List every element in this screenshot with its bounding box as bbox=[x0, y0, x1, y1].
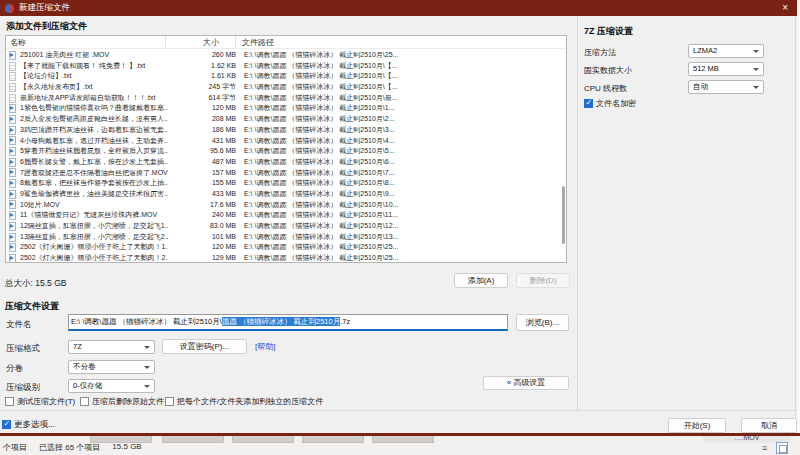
table-row[interactable]: 最新地址及APP请发邮箱自动获取！！！.txt614 字节E:\ \调教\愿愿 … bbox=[6, 93, 566, 104]
filename-label: 文件名 bbox=[6, 319, 32, 331]
table-row[interactable]: 13隔丝直插，肛塞扭摆，小穴潮喷，足交起飞2...101 MBE:\ \调教\愿… bbox=[6, 232, 566, 243]
table-row[interactable]: 10短片.MOV17.6 MBE:\ \调教\愿愿 （猫猫碎冰冰） 截止到251… bbox=[6, 200, 566, 211]
delete-button[interactable]: 删除(D) bbox=[516, 273, 570, 288]
panel-divider bbox=[577, 16, 578, 410]
method-value: LZMA2 bbox=[693, 46, 717, 55]
file-path: E:\ \调教\愿愿 （猫猫碎冰冰） 截止到2510月\【... bbox=[236, 82, 566, 93]
checkbox-icon[interactable] bbox=[5, 397, 14, 406]
add-button[interactable]: 添加(A) bbox=[454, 273, 508, 288]
file-name: 3鸡巴顶蹭开档灰油丝袜，边戳着肛塞边被无套... bbox=[20, 125, 168, 136]
title-bar: 新建压缩文件 × bbox=[0, 0, 797, 16]
advanced-settings-button[interactable]: « 高级设置 bbox=[483, 376, 569, 390]
vertical-scrollbar[interactable] bbox=[562, 186, 565, 244]
file-path: E:\ \调教\愿愿 （猫猫碎冰冰） 截止到2510月\25... bbox=[236, 253, 566, 262]
list-view-icon[interactable]: ≡ bbox=[762, 444, 767, 453]
table-row[interactable]: 12隔丝直插，肛塞扭摆，小穴潮喷，足交起飞1...83.0 MBE:\ \调教\… bbox=[6, 221, 566, 232]
file-size: 431 MB bbox=[168, 136, 236, 147]
file-path: E:\ \调教\愿愿 （猫猫碎冰冰） 截止到2510月\6... bbox=[236, 157, 566, 168]
solid-size-dropdown[interactable]: 512 MB bbox=[688, 62, 764, 76]
table-row[interactable]: 2后入金发包臀裙高跟皮靴白丝长腿，没有男人...208 MBE:\ \调教\愿愿… bbox=[6, 114, 566, 125]
table-row[interactable]: 【论坛介绍】.txt1.61 KBE:\ \调教\愿愿 （猫猫碎冰冰） 截止到2… bbox=[6, 71, 566, 82]
checkbox-checked-icon[interactable] bbox=[584, 99, 593, 108]
method-label: 压缩方法 bbox=[584, 47, 616, 58]
table-row[interactable]: 9鲨鱼瑜伽裤裤里丝，油丝美腿足交技术很厉害...433 MBE:\ \调教\愿愿… bbox=[6, 189, 566, 200]
media-file-icon bbox=[9, 147, 16, 156]
add-files-heading: 添加文件到压缩文件 bbox=[6, 20, 87, 33]
checkbox-delete-after[interactable]: 压缩后删除原始文件 bbox=[80, 396, 164, 407]
format-dropdown[interactable]: 7Z bbox=[68, 340, 155, 354]
file-list[interactable]: 名称 大小 文件路径 251001 油亮肉丝 红裙 .MOV260 MBE:\ … bbox=[5, 35, 567, 263]
table-row[interactable]: 4小母狗戴着肛塞，透过开档油丝袜，主动套弄...431 MBE:\ \调教\愿愿… bbox=[6, 136, 566, 147]
table-row[interactable]: 1紫色包臀裙的猫猫你喜欢吗？曲着腿戴着肛塞...120 MBE:\ \调教\愿愿… bbox=[6, 103, 566, 114]
encrypt-filenames-checkbox[interactable]: 文件名加密 bbox=[584, 98, 636, 109]
table-row[interactable]: 11《猫猫做爱日记》无缝灰丝珍珠内裤.MOV240 MBE:\ \调教\愿愿 （… bbox=[6, 210, 566, 221]
browse-button[interactable]: 浏览(B)... bbox=[516, 314, 569, 331]
chevron-down-icon bbox=[753, 50, 759, 53]
file-name: 5穿着开档油丝袜翘着屁股，全程被后入贯穿流... bbox=[20, 146, 168, 157]
close-icon[interactable]: × bbox=[782, 0, 788, 16]
file-name: 10短片.MOV bbox=[20, 200, 168, 211]
checkbox-test-archive[interactable]: 测试压缩文件(T) bbox=[5, 396, 75, 407]
media-file-icon bbox=[9, 222, 16, 231]
checkbox-separate-archives[interactable]: 把每个文件/文件夹添加到独立的压缩文件 bbox=[165, 396, 323, 407]
chevron-down-icon bbox=[144, 366, 150, 369]
file-path: E:\ \调教\愿愿 （猫猫碎冰冰） 截止到2510月\4... bbox=[236, 136, 566, 147]
table-row[interactable]: 2502《灯火阑珊》猥琐小侄子吃上了天鹅肉！2...129 MBE:\ \调教\… bbox=[6, 253, 566, 262]
file-path: E:\ \调教\愿愿 （猫猫碎冰冰） 截止到2510月\8... bbox=[236, 178, 566, 189]
table-row[interactable]: 3鸡巴顶蹭开档灰油丝袜，边戳着肛塞边被无套...186 MBE:\ \调教\愿愿… bbox=[6, 125, 566, 136]
file-path: E:\ \调教\愿愿 （猫猫碎冰冰） 截止到2510月\【... bbox=[236, 61, 566, 72]
method-dropdown[interactable]: LZMA2 bbox=[688, 44, 764, 58]
help-link[interactable]: [帮助] bbox=[255, 341, 275, 352]
text-file-icon bbox=[9, 72, 16, 81]
grid-view-icon[interactable] bbox=[776, 442, 788, 454]
table-row[interactable]: 8戴着肛塞，把丝袜当作避孕套被按在沙发上抽...155 MBE:\ \调教\愿愿… bbox=[6, 178, 566, 189]
set-password-button[interactable]: 设置密码(P)... bbox=[162, 339, 247, 354]
table-row[interactable]: 【来了就能下载和观看！ 纯免费！ 】.txt1.62 KBE:\ \调教\愿愿 … bbox=[6, 61, 566, 72]
level-label: 压缩级别 bbox=[6, 382, 40, 394]
status-items: 个项目 bbox=[3, 442, 27, 453]
media-file-icon bbox=[9, 104, 16, 113]
file-path: E:\ \调教\愿愿 （猫猫碎冰冰） 截止到2510月\9... bbox=[236, 189, 566, 200]
status-size: 15.5 GB bbox=[112, 442, 141, 453]
table-row[interactable]: 7蹬着双腿还是忍不住隔着油白丝把逼操了.MOV157 MBE:\ \调教\愿愿 … bbox=[6, 168, 566, 179]
checkbox-icon[interactable] bbox=[80, 397, 89, 406]
file-size: 95.6 MB bbox=[168, 146, 236, 157]
file-path: E:\ \调教\愿愿 （猫猫碎冰冰） 截止到2510月\10... bbox=[236, 200, 566, 211]
table-row[interactable]: 2502《灯火阑珊》猥琐小侄子吃上了天鹅肉！1...120 MBE:\ \调教\… bbox=[6, 242, 566, 253]
file-size: 120 MB bbox=[168, 242, 236, 253]
app-icon bbox=[5, 4, 14, 13]
solid-size-value: 512 MB bbox=[693, 64, 719, 73]
file-name: 12隔丝直插，肛塞扭摆，小穴潮喷，足交起飞1... bbox=[20, 221, 168, 232]
filename-selected-text: 愿愿 （猫猫碎冰冰） 截止到2510月 bbox=[222, 317, 340, 326]
file-path: E:\ \调教\愿愿 （猫猫碎冰冰） 截止到2510月\5... bbox=[236, 146, 566, 157]
media-file-icon bbox=[9, 179, 16, 188]
start-button[interactable]: 开始(S) bbox=[668, 418, 726, 433]
column-size[interactable]: 大小 bbox=[166, 36, 236, 48]
file-size: 260 MB bbox=[168, 50, 236, 61]
column-name[interactable]: 名称 bbox=[6, 36, 166, 48]
7z-settings-heading: 7Z 压缩设置 bbox=[584, 25, 633, 38]
file-name: 4小母狗戴着肛塞，透过开档油丝袜，主动套弄... bbox=[20, 136, 168, 147]
volume-dropdown[interactable]: 不分卷 bbox=[68, 360, 155, 374]
table-row[interactable]: 5穿着开档油丝袜翘着屁股，全程被后入贯穿流...95.6 MBE:\ \调教\愿… bbox=[6, 146, 566, 157]
checkbox-checked-icon[interactable] bbox=[2, 420, 11, 429]
table-row[interactable]: 251001 油亮肉丝 红裙 .MOV260 MBE:\ \调教\愿愿 （猫猫碎… bbox=[6, 50, 566, 61]
cpu-threads-dropdown[interactable]: 自动 bbox=[688, 80, 764, 94]
file-path: E:\ \调教\愿愿 （猫猫碎冰冰） 截止到2510月\25... bbox=[236, 50, 566, 61]
cancel-button[interactable]: 取消 bbox=[741, 418, 797, 433]
table-row[interactable]: 【永久地址发布页】.txt245 字节E:\ \调教\愿愿 （猫猫碎冰冰） 截止… bbox=[6, 82, 566, 93]
table-row[interactable]: 6翘臀长腿女警，戴上肛塞，按在沙发上无套插...487 MBE:\ \调教\愿愿… bbox=[6, 157, 566, 168]
media-file-icon bbox=[9, 168, 16, 177]
file-size: 17.6 MB bbox=[168, 200, 236, 211]
column-path[interactable]: 文件路径 bbox=[236, 36, 566, 48]
file-path: E:\ \调教\愿愿 （猫猫碎冰冰） 截止到2510月\13... bbox=[236, 232, 566, 243]
file-path: E:\ \调教\愿愿 （猫猫碎冰冰） 截止到2510月\2... bbox=[236, 114, 566, 125]
checkbox-icon[interactable] bbox=[165, 397, 174, 406]
media-file-icon bbox=[9, 190, 16, 199]
filename-input[interactable]: E:\ \调教\愿愿 （猫猫碎冰冰） 截止到2510月\愿愿 （猫猫碎冰冰） 截… bbox=[68, 314, 508, 331]
level-dropdown[interactable]: 0-仅存储 bbox=[68, 379, 155, 393]
file-path: E:\ \调教\愿愿 （猫猫碎冰冰） 截止到2510月\25... bbox=[236, 242, 566, 253]
more-options-label: 更多选项... bbox=[14, 419, 55, 429]
media-file-icon bbox=[9, 126, 16, 135]
more-options-toggle[interactable]: 更多选项... bbox=[2, 419, 55, 431]
